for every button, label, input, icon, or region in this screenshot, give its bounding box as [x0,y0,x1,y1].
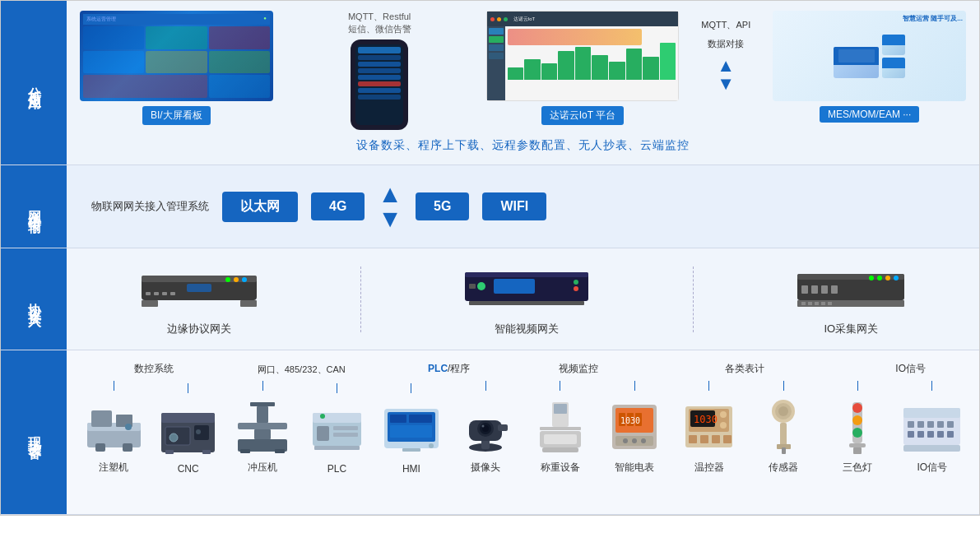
svg-point-101 [720,422,727,429]
network-label: 网络传输 [1,165,67,248]
svg-text:1030: 1030 [694,414,718,425]
svg-rect-80 [540,427,581,430]
category-labels-row: 数控系统 网口、485/232、CAN PLC/程序 视频监控 各类表计 IO信… [80,362,966,376]
io-gateway-item: IO采集网关 [793,262,908,336]
scale-name: 称重设备 [541,461,580,475]
svg-rect-62 [333,433,358,437]
plc-icon [304,398,369,460]
svg-text:1030: 1030 [620,416,640,425]
controller-svg: 1030 [682,402,736,452]
scale-icon [527,396,593,457]
svg-point-8 [242,277,247,282]
mes-app-card: 智慧运营 随手可及... [773,11,966,123]
svg-rect-64 [314,446,360,450]
svg-rect-11 [240,300,257,307]
svg-rect-85 [542,447,578,452]
analysis-bottom-text: 设备数采、程序上下载、远程参数配置、无人抄表、云端监控 [80,138,966,153]
svg-point-7 [234,277,239,282]
svg-rect-25 [831,285,838,294]
video-gateway-svg [461,266,592,311]
press-connector [262,381,263,391]
cnc-connector [188,383,188,393]
controller-item: 1030 温控器 [675,381,742,475]
bi-screenshot: 系统运营管理 ● [80,11,273,101]
mes-screenshot: 智慧运营 随手可及... [773,11,966,101]
camera-name: 摄像头 [471,461,500,475]
edge-gateway-label: 边缘协议网关 [167,322,231,336]
injection-connector [114,381,114,391]
video-gateway-item: 智能视频网关 [461,262,592,336]
svg-point-100 [720,411,727,418]
sensor-item: 传感器 [750,381,817,475]
io-signal-connector [931,381,932,391]
plc-connector [337,383,337,393]
badge-wifi: WIFI [482,192,546,220]
svg-rect-130 [903,445,960,452]
svg-rect-30 [797,300,904,307]
svg-rect-109 [780,423,787,447]
svg-rect-105 [723,435,732,443]
svg-rect-10 [142,300,158,307]
cnc-icon [156,398,221,460]
phone-screenshot [351,39,408,130]
svg-rect-128 [937,431,944,438]
svg-rect-121 [917,421,924,428]
svg-rect-126 [917,431,924,438]
svg-rect-71 [402,448,420,452]
protocol-content: 边缘协议网关 [67,248,979,350]
network-row: 物联网网关接入管理系统 以太网 4G ▲ ▼ 5G WIFI [91,182,954,231]
main-container: 分析应用 系统运营管理 ● [0,0,980,516]
svg-point-115 [852,428,862,438]
sensor-svg [765,399,802,455]
svg-point-17 [574,286,578,291]
svg-rect-34 [821,302,825,305]
svg-rect-127 [927,431,934,438]
press-icon [230,396,295,457]
traffic-light-svg [841,398,874,456]
traffic-light-icon [824,396,890,457]
svg-rect-103 [700,435,708,443]
svg-point-78 [482,425,485,428]
camera-icon [453,396,518,457]
analysis-section: 分析应用 系统运营管理 ● [1,1,979,165]
field-label: 现场设备 [1,350,67,514]
analysis-label: 分析应用 [1,1,67,165]
plc-item: PLC [303,383,370,475]
svg-rect-35 [828,302,832,305]
separator-1 [360,266,361,332]
svg-point-114 [852,415,862,425]
svg-rect-40 [95,443,105,452]
injection-name: 注塑机 [99,461,128,475]
cat-meters: 各类表计 [634,362,855,376]
svg-rect-69 [390,425,432,438]
edge-gateway-item: 边缘协议网关 [137,262,261,336]
svg-rect-84 [544,434,577,444]
cat-interface: 网口、485/232、CAN [228,364,376,376]
svg-rect-24 [821,285,828,294]
svg-rect-2 [146,292,151,295]
injection-icon [81,396,146,457]
network-content: 物联网网关接入管理系统 以太网 4G ▲ ▼ 5G WIFI [67,165,979,248]
sensor-connector [783,381,784,391]
svg-rect-59 [313,413,361,423]
mes-monitors [834,35,905,78]
field-content: 数控系统 网口、485/232、CAN PLC/程序 视频监控 各类表计 IO信… [67,350,979,514]
iot-screenshot: 达诺云IoT [486,11,680,101]
svg-rect-79 [498,424,508,431]
traffic-light-name: 三色灯 [843,461,872,475]
smart-meter-item: 1030 智能电表 [601,381,668,475]
svg-rect-102 [689,435,697,443]
svg-rect-3 [154,292,159,295]
svg-rect-119 [903,408,960,418]
hmi-svg [382,405,441,454]
svg-rect-1 [142,276,257,282]
svg-rect-9 [187,284,211,292]
svg-rect-82 [554,404,567,414]
svg-rect-33 [815,302,819,305]
protocol-section: 协议接入 [1,248,979,350]
cat-video: 视频监控 [523,362,634,376]
svg-rect-120 [908,421,914,428]
svg-rect-19 [469,301,584,305]
svg-rect-125 [908,431,914,438]
mqtt-api-card: MQTT、API 数据对接 ▲ ▼ [689,11,763,101]
